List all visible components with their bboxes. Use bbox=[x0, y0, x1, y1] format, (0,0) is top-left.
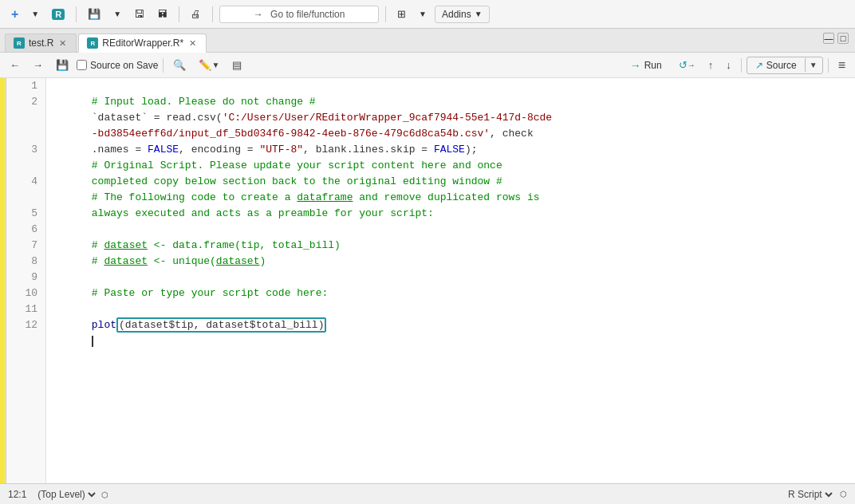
ed-separator-3 bbox=[828, 58, 829, 73]
line-num-5: 5 bbox=[6, 206, 45, 222]
forward-button[interactable]: → bbox=[28, 57, 48, 73]
search-icon: 🔍 bbox=[173, 59, 186, 71]
separator-4 bbox=[385, 6, 386, 22]
save-button[interactable]: 💾 bbox=[83, 6, 105, 22]
magic-button[interactable]: ✏️ ▼ bbox=[194, 57, 224, 73]
up-button[interactable]: ↑ bbox=[703, 57, 719, 73]
code-area[interactable]: # Input load. Please do not change # `da… bbox=[46, 78, 855, 483]
separator-2 bbox=[179, 6, 179, 22]
tab1-r-icon: R bbox=[14, 37, 25, 49]
source-button[interactable]: ↗ Source bbox=[747, 57, 805, 73]
re-run-arrow: → bbox=[688, 61, 695, 69]
floppy-icon: 🖫 bbox=[134, 8, 144, 20]
magic-dropdown-icon: ▼ bbox=[211, 61, 219, 69]
run-button[interactable]: → Run bbox=[621, 56, 671, 75]
addins-button[interactable]: Addins ▼ bbox=[435, 6, 490, 23]
tab-reditorwrapper[interactable]: R REditorWrapper.R* ✕ bbox=[78, 33, 207, 53]
code-line-9: # Paste or type your script code here: bbox=[54, 270, 855, 285]
goto-label: Go to file/function bbox=[270, 9, 345, 20]
print-button[interactable]: 🖨 bbox=[186, 6, 206, 22]
separator-3 bbox=[212, 6, 213, 22]
r-icon-btn[interactable]: R bbox=[47, 6, 69, 22]
line-numbers: 1 2 3 4 5 6 7 8 9 10 11 12 bbox=[6, 78, 46, 483]
line-num-3: 3 bbox=[6, 142, 45, 158]
floppy-button[interactable]: 🖫 bbox=[129, 6, 149, 22]
tab1-close-icon[interactable]: ✕ bbox=[57, 38, 68, 49]
forward-arrow-icon: → bbox=[33, 59, 43, 71]
goto-button[interactable]: → Go to file/function bbox=[219, 6, 379, 23]
minimize-icon[interactable]: — bbox=[823, 33, 834, 44]
highlighted-code: (dataset$tip, dataset$total_bill) bbox=[116, 317, 326, 333]
tab-test-r[interactable]: R test.R ✕ bbox=[5, 33, 77, 52]
source-dropdown-icon: ▼ bbox=[810, 61, 818, 69]
status-right: R Script ⬡ bbox=[785, 488, 847, 501]
source-on-save-control: Source on Save bbox=[77, 60, 158, 71]
line-num-blank-1 bbox=[6, 110, 45, 126]
line-num-8: 8 bbox=[6, 254, 45, 270]
grid-btn[interactable]: ⊞ bbox=[392, 6, 411, 22]
tab2-label: REditorWrapper.R* bbox=[102, 37, 183, 49]
ed-separator-2 bbox=[741, 58, 742, 73]
ed-separator-1 bbox=[163, 58, 164, 73]
line-num-blank-4 bbox=[6, 190, 45, 206]
addins-label: Addins bbox=[442, 9, 471, 20]
back-arrow-icon: ← bbox=[10, 59, 20, 71]
print-icon: 🖨 bbox=[191, 8, 201, 20]
tab2-r-icon: R bbox=[87, 37, 98, 49]
source-arrow-icon: ↗ bbox=[755, 60, 763, 71]
search-button[interactable]: 🔍 bbox=[168, 57, 191, 73]
tab2-close-icon[interactable]: ✕ bbox=[187, 38, 198, 49]
editor-save-button[interactable]: 💾 bbox=[51, 57, 73, 73]
down-button[interactable]: ↓ bbox=[721, 57, 736, 73]
file-type-select[interactable]: R Script bbox=[785, 488, 835, 501]
floppy2-icon: 🖬 bbox=[157, 8, 167, 20]
hamburger-button[interactable]: ≡ bbox=[833, 56, 850, 75]
left-gutter bbox=[0, 78, 6, 483]
save-dropdown-button[interactable]: ▼ bbox=[108, 7, 126, 21]
r-logo-icon: R bbox=[52, 9, 65, 20]
status-bar: 12:1 (Top Level) ⬡ R Script ⬡ bbox=[0, 483, 855, 504]
line-num-blank-3 bbox=[6, 158, 45, 174]
grid-dropdown-btn[interactable]: ▼ bbox=[414, 7, 431, 21]
down-icon: ↓ bbox=[726, 59, 731, 71]
re-run-icon: ↺ bbox=[679, 59, 688, 71]
format-icon: ▤ bbox=[232, 59, 242, 71]
format-button[interactable]: ▤ bbox=[227, 57, 246, 73]
line-num-blank-2 bbox=[6, 126, 45, 142]
line-num-7: 7 bbox=[6, 238, 45, 254]
back-button[interactable]: ← bbox=[5, 57, 25, 73]
line-num-12: 12 bbox=[6, 317, 45, 333]
run-label: Run bbox=[644, 60, 662, 71]
line-num-4: 4 bbox=[6, 174, 45, 190]
source-on-save-label: Source on Save bbox=[90, 60, 158, 71]
save-arrow-icon: ▼ bbox=[113, 10, 121, 18]
run-arrow-icon: → bbox=[630, 59, 641, 72]
plus-icon: + bbox=[11, 7, 18, 22]
editor-container: 1 2 3 4 5 6 7 8 9 10 11 12 # Input load.… bbox=[0, 78, 855, 483]
source-dropdown-button[interactable]: ▼ bbox=[805, 57, 822, 73]
dropdown-btn[interactable]: ▼ bbox=[26, 7, 44, 21]
code-line-1: # Input load. Please do not change # bbox=[54, 78, 855, 94]
addins-arrow-icon: ▼ bbox=[475, 10, 483, 18]
add-button[interactable]: + bbox=[6, 5, 23, 24]
maximize-icon[interactable]: □ bbox=[837, 33, 849, 44]
tab1-label: test.R bbox=[29, 37, 53, 49]
grid-dropdown-icon: ▼ bbox=[419, 10, 427, 18]
line-num-10: 10 bbox=[6, 285, 45, 301]
cursor-position: 12:1 bbox=[8, 489, 26, 500]
re-run-button[interactable]: ↺ → bbox=[674, 57, 700, 73]
top-level-select[interactable]: (Top Level) bbox=[34, 488, 98, 501]
code-line-11: plot(dataset$tip, dataset$total_bill) bbox=[54, 301, 855, 317]
line-num-6: 6 bbox=[6, 222, 45, 238]
top-level-indicator: (Top Level) ⬡ bbox=[34, 488, 108, 501]
source-on-save-checkbox[interactable] bbox=[77, 60, 87, 70]
floppy2-button[interactable]: 🖬 bbox=[152, 6, 172, 22]
run-section: → Run ↺ → ↑ ↓ ↗ Source ▼ ≡ bbox=[621, 56, 850, 75]
tab-maximize-controls: — □ bbox=[823, 33, 849, 44]
editor-toolbar: ← → 💾 Source on Save 🔍 ✏️ ▼ ▤ → Run ↺ → … bbox=[0, 53, 855, 78]
code-line-6: # dataset <- data.frame(tip, total_bill) bbox=[54, 222, 855, 238]
editor-save-icon: 💾 bbox=[56, 59, 69, 71]
source-label: Source bbox=[766, 60, 797, 71]
top-toolbar: + ▼ R 💾 ▼ 🖫 🖬 🖨 → Go to file/function ⊞ … bbox=[0, 0, 855, 29]
file-type-arrow: ⬡ bbox=[840, 490, 847, 498]
